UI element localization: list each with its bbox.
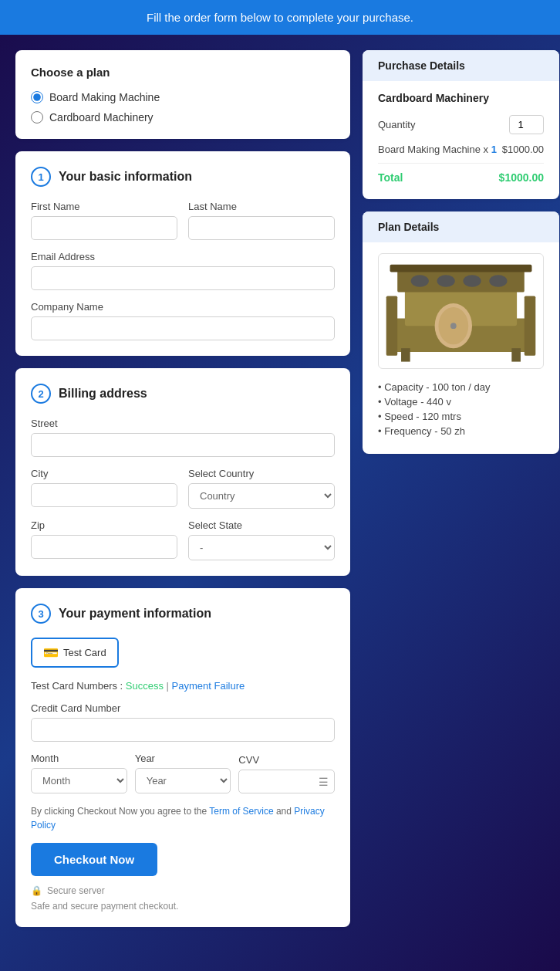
billing-header: 2 Billing address [31,384,335,404]
company-group: Company Name [31,301,335,340]
city-group: City [31,468,177,509]
plan-option-cardboard[interactable]: Cardboard Machinery [31,111,335,123]
success-link[interactable]: Success [126,680,164,692]
order-qty: 1 [491,144,497,155]
order-line-text: Board Making Machine x 1 [378,144,497,155]
company-input[interactable] [31,316,335,340]
test-card-button[interactable]: 💳 Test Card [31,638,119,668]
step-circle-3: 3 [31,604,51,624]
zip-group: Zip [31,519,177,560]
terms-text: By clicking Checkout Now you agree to th… [31,804,335,832]
choose-plan-card: Choose a plan Board Making Machine Cardb… [15,50,350,139]
total-label: Total [378,171,403,184]
street-group: Street [31,418,335,457]
cc-label: Credit Card Number [31,702,335,714]
cvv-wrapper: ☰ [238,770,335,793]
svg-rect-10 [401,348,410,361]
qty-row: Quantity [378,115,544,134]
cc-input[interactable] [31,718,335,742]
test-card-label: Test Card [63,647,106,658]
machine-svg [379,259,543,364]
country-select[interactable]: Country [188,483,335,509]
month-group: Month Month 010203 040506 070809 101112 [31,753,127,793]
street-row: Street [31,418,335,457]
checkout-button[interactable]: Checkout Now [31,843,157,876]
safe-text: Safe and secure payment checkout. [31,901,335,912]
secure-row: 🔒 Secure server [31,885,335,896]
zip-label: Zip [31,519,177,531]
month-label: Month [31,753,127,764]
svg-point-6 [489,276,507,287]
choose-plan-title: Choose a plan [31,66,335,79]
street-input[interactable] [31,433,335,457]
first-name-input[interactable] [31,216,177,240]
terms-link[interactable]: Term of Service [209,806,273,817]
year-select[interactable]: Year 202420252026 202720282029 [135,768,231,793]
payment-title: Your payment information [59,607,211,621]
plan-radio-cardboard[interactable] [31,111,43,123]
street-label: Street [31,418,335,429]
terms-prefix: By clicking Checkout Now you agree to th… [31,806,209,817]
basic-info-title: Your basic information [59,170,192,184]
first-name-label: First Name [31,201,177,212]
last-name-input[interactable] [188,216,335,240]
cc-row: Credit Card Number [31,702,335,742]
order-line: Board Making Machine x 1 $1000.00 [378,144,544,164]
banner-text: Fill the order form below to complete yo… [147,11,413,24]
state-group: Select State - [188,519,335,560]
failure-link[interactable]: Payment Failure [172,680,245,692]
name-row: First Name Last Name [31,201,335,240]
right-column: Purchase Details Cardboard Machinery Qua… [363,50,559,454]
left-column: Choose a plan Board Making Machine Cardb… [15,50,350,927]
email-label: Email Address [31,251,335,262]
country-label: Select Country [188,468,335,479]
state-label: Select State [188,519,335,531]
spec-speed: Speed - 120 mtrs [378,409,544,424]
email-group: Email Address [31,251,335,290]
basic-info-card: 1 Your basic information First Name Last… [15,151,350,356]
top-banner: Fill the order form below to complete yo… [0,0,560,35]
last-name-label: Last Name [188,201,335,212]
total-row: Total $1000.00 [378,171,544,184]
year-label: Year [135,753,231,764]
plan-details-title: Plan Details [378,221,544,233]
first-name-group: First Name [31,201,177,240]
zip-state-row: Zip Select State - [31,519,335,560]
qty-input[interactable] [509,115,544,134]
payment-card: 3 Your payment information 💳 Test Card T… [15,588,350,927]
plan-details-header: Plan Details [363,211,559,242]
email-input[interactable] [31,266,335,290]
svg-point-5 [463,276,481,287]
plan-option-board[interactable]: Board Making Machine [31,91,335,103]
plan-options: Board Making Machine Cardboard Machinery [31,91,335,123]
billing-title: Billing address [59,387,147,401]
svg-rect-14 [390,265,532,272]
zip-input[interactable] [31,535,177,559]
month-select[interactable]: Month 010203 040506 070809 101112 [31,768,127,793]
cc-group: Credit Card Number [31,702,335,742]
state-select[interactable]: - [188,535,335,560]
terms-and: and [274,806,295,817]
secure-label: Secure server [47,885,105,896]
city-country-row: City Select Country Country [31,468,335,509]
svg-rect-11 [511,348,521,361]
cvv-card-icon: ☰ [319,776,329,788]
card-icon: 💳 [43,645,59,660]
svg-rect-12 [525,296,536,356]
city-label: City [31,468,177,479]
last-name-group: Last Name [188,201,335,240]
month-year-cvv-row: Month Month 010203 040506 070809 101112 … [31,753,335,793]
purchase-details-title: Purchase Details [378,59,544,72]
cvv-label: CVV [238,754,335,766]
plan-details-card: Plan Details [363,211,559,454]
company-label: Company Name [31,301,335,313]
plan-radio-board[interactable] [31,91,43,103]
payment-methods: 💳 Test Card [31,638,335,668]
spec-capacity: Capacity - 100 ton / day [378,380,544,394]
qty-label: Quantity [378,119,415,130]
spec-frequency: Frequency - 50 zh [378,424,544,438]
city-input[interactable] [31,483,177,507]
svg-point-4 [437,276,455,287]
lock-icon: 🔒 [31,885,42,896]
purchase-details-card: Purchase Details Cardboard Machinery Qua… [363,50,559,199]
